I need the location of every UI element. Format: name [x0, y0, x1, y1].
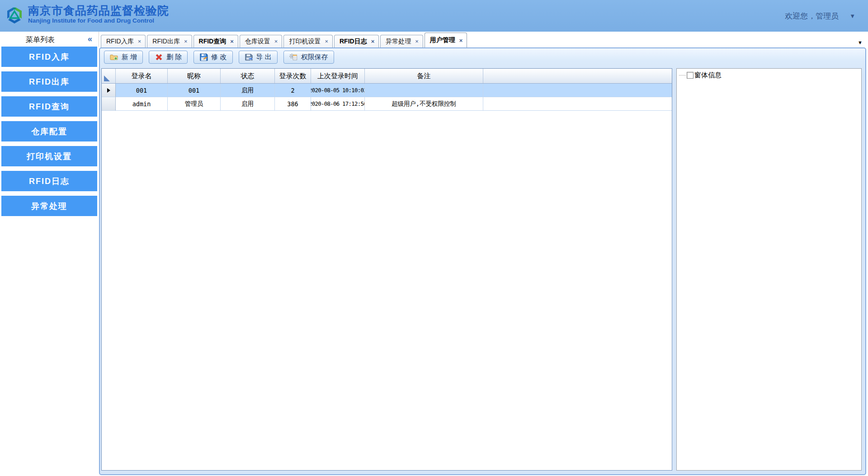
sidebar-item-warehouse-config[interactable]: 仓库配置 [1, 121, 97, 141]
modify-button[interactable]: 修 改 [193, 51, 232, 64]
menu-list-title: 菜单列表 [0, 35, 80, 45]
corner-triangle-icon [104, 75, 110, 81]
add-folder-icon [110, 53, 118, 61]
tab-close-icon[interactable]: × [371, 38, 375, 45]
sidebar-item-rfid-query[interactable]: RFID查询 [1, 96, 97, 117]
org-subtitle: Nanjing Institute for Food and Drug Cont… [28, 17, 169, 24]
tab-close-icon[interactable]: × [184, 38, 188, 45]
sidebar-menu: RFID入库 RFID出库 RFID查询 仓库配置 打印机设置 RFID日志 异… [0, 47, 99, 476]
row-indicator[interactable] [102, 97, 116, 111]
tree-branch-line [679, 75, 686, 75]
tab-close-icon[interactable]: × [415, 38, 419, 45]
toolbar: 新 增 删 除 修 改 [104, 51, 334, 64]
sidebar-item-rfid-inbound[interactable]: RFID入库 [1, 47, 97, 67]
tab-close-icon[interactable]: × [138, 38, 142, 45]
collapse-sidebar-icon[interactable]: « [88, 34, 92, 44]
tab-close-icon[interactable]: × [325, 38, 328, 45]
column-header-remark[interactable]: 备注 [365, 69, 483, 83]
welcome-text: 欢迎您，管理员 [785, 11, 839, 21]
tab-printer-settings[interactable]: 打印机设置 × [283, 35, 333, 47]
column-header-last-login[interactable]: 上次登录时间 [311, 69, 365, 83]
save-permissions-button[interactable]: 权限保存 [283, 51, 334, 64]
cell-status: 启用 [221, 84, 275, 97]
tab-close-icon[interactable]: × [230, 38, 234, 45]
sidebar-item-exception-handling[interactable]: 异常处理 [1, 196, 97, 216]
table-row[interactable]: 001 001 启用 2 2020-08-05 10:10:03 [102, 84, 672, 97]
export-icon [245, 53, 253, 61]
button-label: 删 除 [166, 53, 182, 61]
sidebar-item-printer-settings[interactable]: 打印机设置 [1, 146, 97, 166]
save-edit-icon [199, 53, 208, 61]
permissions-icon [289, 53, 298, 61]
sidebar-item-rfid-log[interactable]: RFID日志 [1, 171, 97, 191]
tree-node-label: 窗体信息 [694, 71, 722, 80]
add-button[interactable]: 新 增 [104, 51, 143, 64]
sidebar-item-rfid-outbound[interactable]: RFID出库 [1, 71, 97, 92]
column-header-filler [483, 69, 672, 83]
cell-last-login: 2020-08-06 17:12:50 [311, 97, 365, 111]
button-label: 修 改 [211, 53, 226, 61]
tab-rfid-query[interactable]: RFID查询 × [193, 35, 238, 47]
tab-rfid-outbound[interactable]: RFID出库 × [147, 35, 192, 47]
tab-label: 用户管理 [430, 36, 455, 44]
tab-label: 异常处理 [386, 38, 411, 46]
column-header-login-count[interactable]: 登录次数 [275, 69, 311, 83]
tab-label: 打印机设置 [289, 38, 321, 46]
tab-rfid-log[interactable]: RFID日志 × [334, 35, 379, 47]
cell-login: 001 [116, 84, 168, 97]
button-label: 权限保存 [301, 53, 328, 61]
column-header-nickname[interactable]: 昵称 [168, 69, 221, 83]
menu-list-header: 菜单列表 « [0, 32, 99, 47]
app-header: 南京市食品药品监督检验院 Nanjing Institute for Food … [0, 0, 868, 32]
tab-warehouse-settings[interactable]: 仓库设置 × [240, 35, 283, 47]
org-logo-icon [4, 5, 25, 27]
tab-overflow-icon[interactable]: ▼ [858, 40, 863, 45]
current-row-arrow-icon [107, 88, 110, 93]
button-label: 导 出 [256, 53, 272, 61]
delete-button[interactable]: 删 除 [149, 51, 188, 64]
column-header-login[interactable]: 登录名 [116, 69, 168, 83]
tree-checkbox[interactable] [687, 72, 693, 79]
tab-label: RFID出库 [152, 38, 180, 46]
cell-status: 启用 [221, 97, 275, 111]
user-table: 登录名 昵称 状态 登录次数 上次登录时间 备注 001 001 启用 2 20… [101, 68, 672, 471]
tab-content-panel: 新 增 删 除 修 改 [99, 47, 866, 475]
tab-user-management[interactable]: 用户管理 × [425, 33, 467, 47]
tab-strip-row: 菜单列表 « RFID入库 × RFID出库 × RFID查询 × 仓库设置 ×… [0, 32, 868, 47]
export-button[interactable]: 导 出 [239, 51, 278, 64]
tab-exception-handling[interactable]: 异常处理 × [380, 35, 423, 47]
user-menu-caret-icon[interactable]: ▼ [849, 13, 855, 19]
button-label: 新 增 [122, 53, 137, 61]
tab-bar: RFID入库 × RFID出库 × RFID查询 × 仓库设置 × 打印机设置 … [99, 32, 868, 47]
cell-nickname: 001 [168, 84, 221, 97]
org-titles: 南京市食品药品监督检验院 Nanjing Institute for Food … [28, 4, 169, 24]
user-welcome: 欢迎您，管理员 ▼ [785, 11, 855, 21]
tab-close-icon[interactable]: × [459, 37, 463, 44]
tab-close-icon[interactable]: × [274, 38, 278, 45]
select-all-corner[interactable] [102, 69, 116, 83]
cell-last-login: 2020-08-05 10:10:03 [311, 84, 365, 97]
tab-label: 仓库设置 [245, 38, 270, 46]
cell-login: admin [116, 97, 168, 111]
org-title: 南京市食品药品监督检验院 [28, 4, 169, 17]
table-header-row: 登录名 昵称 状态 登录次数 上次登录时间 备注 [102, 69, 672, 84]
tab-label: RFID日志 [340, 38, 367, 46]
column-header-status[interactable]: 状态 [221, 69, 275, 83]
cell-remark: 超级用户,不受权限控制 [365, 97, 483, 111]
tree-node-form-info[interactable]: 窗体信息 [679, 71, 861, 80]
delete-x-icon [155, 53, 163, 61]
tab-rfid-inbound[interactable]: RFID入库 × [101, 35, 146, 47]
cell-login-count: 2 [275, 84, 311, 97]
cell-filler [483, 84, 672, 97]
application-window: 南京市食品药品监督检验院 Nanjing Institute for Food … [0, 0, 868, 476]
form-info-panel: 窗体信息 [676, 68, 862, 471]
row-indicator[interactable] [102, 84, 116, 97]
cell-remark [365, 84, 483, 97]
cell-nickname: 管理员 [168, 97, 221, 111]
tab-label: RFID入库 [106, 38, 134, 46]
table-row[interactable]: admin 管理员 启用 386 2020-08-06 17:12:50 超级用… [102, 97, 672, 111]
cell-filler [483, 97, 672, 111]
cell-login-count: 386 [275, 97, 311, 111]
tab-label: RFID查询 [199, 38, 226, 46]
